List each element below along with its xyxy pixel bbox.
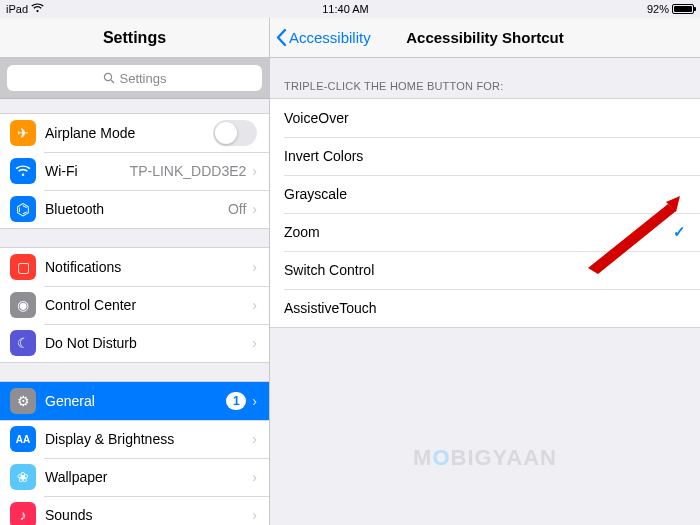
- row-label: General: [45, 393, 226, 409]
- control-center-icon: ◉: [10, 292, 36, 318]
- airplane-icon: ✈: [10, 120, 36, 146]
- option-invert[interactable]: Invert Colors: [270, 137, 700, 175]
- row-label: Do Not Disturb: [45, 335, 246, 351]
- group-general: ⚙ General 1 › AA Display & Brightness › …: [0, 381, 269, 525]
- wifi-settings-icon: [10, 158, 36, 184]
- chevron-right-icon: ›: [252, 259, 257, 275]
- watermark: MOBIGYAAN: [413, 445, 557, 471]
- sounds-icon: ♪: [10, 502, 36, 525]
- option-zoom[interactable]: Zoom✓: [270, 213, 700, 251]
- search-icon: [103, 72, 115, 84]
- back-button[interactable]: Accessibility: [270, 29, 371, 46]
- row-wifi[interactable]: Wi-Fi TP-LINK_DDD3E2 ›: [0, 152, 269, 190]
- option-assistive[interactable]: AssistiveTouch: [270, 289, 700, 327]
- option-label: Grayscale: [284, 186, 347, 202]
- option-label: AssistiveTouch: [284, 300, 377, 316]
- chevron-right-icon: ›: [252, 297, 257, 313]
- search-placeholder: Settings: [120, 71, 167, 86]
- wifi-value: TP-LINK_DDD3E2: [130, 163, 247, 179]
- option-label: VoiceOver: [284, 110, 349, 126]
- chevron-right-icon: ›: [252, 201, 257, 217]
- group-network: ✈ Airplane Mode Wi-Fi TP-LINK_DDD3E2 › ⌬…: [0, 113, 269, 229]
- carrier-label: iPad: [6, 3, 28, 15]
- search-wrap: Settings: [0, 58, 269, 99]
- bluetooth-value: Off: [228, 201, 246, 217]
- row-display[interactable]: AA Display & Brightness ›: [0, 420, 269, 458]
- settings-sidebar: Settings Settings ✈ Airplane Mode Wi-Fi …: [0, 18, 270, 525]
- row-dnd[interactable]: ☾ Do Not Disturb ›: [0, 324, 269, 362]
- row-label: Airplane Mode: [45, 125, 213, 141]
- row-label: Notifications: [45, 259, 246, 275]
- option-label: Zoom: [284, 224, 320, 240]
- search-input[interactable]: Settings: [7, 65, 262, 91]
- sidebar-title: Settings: [103, 29, 166, 47]
- chevron-right-icon: ›: [252, 335, 257, 351]
- row-wallpaper[interactable]: ❀ Wallpaper ›: [0, 458, 269, 496]
- airplane-toggle[interactable]: [213, 120, 257, 146]
- chevron-right-icon: ›: [252, 431, 257, 447]
- chevron-right-icon: ›: [252, 507, 257, 523]
- chevron-right-icon: ›: [252, 393, 257, 409]
- moon-icon: ☾: [10, 330, 36, 356]
- sidebar-header: Settings: [0, 18, 269, 58]
- gear-icon: ⚙: [10, 388, 36, 414]
- status-time: 11:40 AM: [322, 3, 368, 15]
- row-label: Control Center: [45, 297, 246, 313]
- row-label: Sounds: [45, 507, 246, 523]
- bluetooth-icon: ⌬: [10, 196, 36, 222]
- chevron-right-icon: ›: [252, 163, 257, 179]
- row-label: Wi-Fi: [45, 163, 130, 179]
- svg-point-0: [104, 73, 111, 80]
- option-grayscale[interactable]: Grayscale: [270, 175, 700, 213]
- option-voiceover[interactable]: VoiceOver: [270, 99, 700, 137]
- detail-pane: Accessibility Accessibility Shortcut TRI…: [270, 18, 700, 525]
- row-sounds[interactable]: ♪ Sounds ›: [0, 496, 269, 525]
- row-bluetooth[interactable]: ⌬ Bluetooth Off ›: [0, 190, 269, 228]
- status-bar: iPad 11:40 AM 92%: [0, 0, 700, 18]
- detail-header: Accessibility Accessibility Shortcut: [270, 18, 700, 58]
- wallpaper-icon: ❀: [10, 464, 36, 490]
- group-alerts: ▢ Notifications › ◉ Control Center › ☾ D…: [0, 247, 269, 363]
- wifi-icon: [31, 3, 44, 15]
- chevron-right-icon: ›: [252, 469, 257, 485]
- section-header: TRIPLE-CLICK THE HOME BUTTON FOR:: [270, 58, 700, 98]
- row-general[interactable]: ⚙ General 1 ›: [0, 382, 269, 420]
- check-icon: ✓: [673, 223, 686, 241]
- shortcut-options: VoiceOver Invert Colors Grayscale Zoom✓ …: [270, 98, 700, 328]
- chevron-left-icon: [276, 29, 287, 46]
- back-label: Accessibility: [289, 29, 371, 46]
- row-airplane[interactable]: ✈ Airplane Mode: [0, 114, 269, 152]
- option-label: Invert Colors: [284, 148, 363, 164]
- row-label: Display & Brightness: [45, 431, 246, 447]
- row-notifications[interactable]: ▢ Notifications ›: [0, 248, 269, 286]
- option-switch[interactable]: Switch Control: [270, 251, 700, 289]
- notifications-icon: ▢: [10, 254, 36, 280]
- battery-icon: [672, 4, 694, 14]
- row-label: Bluetooth: [45, 201, 228, 217]
- option-label: Switch Control: [284, 262, 374, 278]
- row-control-center[interactable]: ◉ Control Center ›: [0, 286, 269, 324]
- svg-line-1: [111, 80, 114, 83]
- display-icon: AA: [10, 426, 36, 452]
- battery-pct: 92%: [647, 3, 669, 15]
- badge-count: 1: [226, 392, 246, 410]
- row-label: Wallpaper: [45, 469, 246, 485]
